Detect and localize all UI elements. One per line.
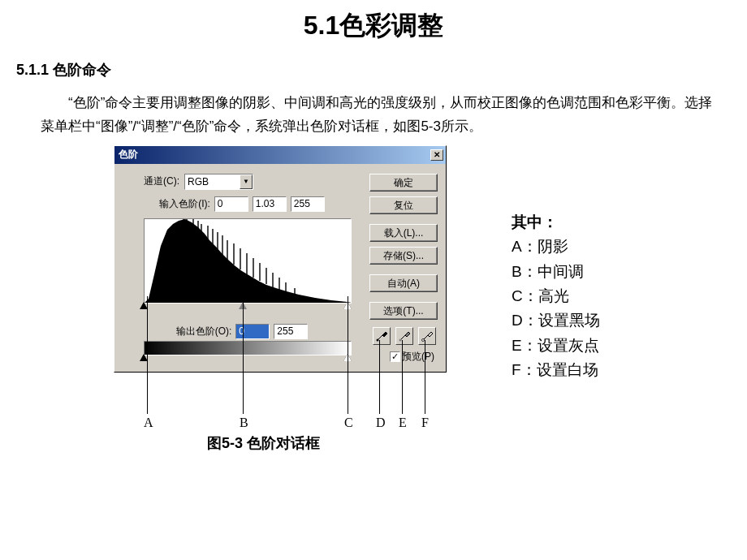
output-levels-label: 输出色阶(O): (176, 325, 232, 338)
legend-item-e: E：设置灰点 (512, 334, 600, 358)
output-highlight-field[interactable]: 255 (274, 324, 308, 339)
preview-checkbox[interactable]: ✓ (390, 351, 400, 362)
legend-item-b: B：中间调 (512, 260, 600, 284)
marker-label-f: F (421, 416, 429, 430)
input-highlight-field[interactable]: 255 (291, 196, 325, 212)
levels-dialog: 色阶 ✕ 通道(C): RGB ▼ 输入色阶(I): 0 1.03 255 (114, 145, 447, 373)
legend-title: 其中： (512, 210, 600, 235)
white-point-dropper[interactable] (418, 327, 436, 345)
dialog-title: 色阶 (119, 148, 138, 162)
main-heading: 5.1色彩调整 (0, 0, 747, 60)
marker-label-a: A (144, 416, 153, 430)
reset-button[interactable]: 复位 (369, 196, 438, 214)
legend-item-c: C：高光 (512, 284, 600, 308)
close-icon: ✕ (434, 151, 440, 159)
marker-line-e (402, 340, 403, 414)
marker-label-b: B (240, 416, 248, 430)
input-levels-label: 输入色阶(I): (159, 197, 210, 211)
gray-point-dropper[interactable] (395, 327, 413, 345)
marker-line-c (348, 296, 348, 414)
save-button[interactable]: 存储(S)... (369, 247, 438, 265)
figure-caption: 图5-3 色阶对话框 (207, 433, 320, 453)
figure-area: 色阶 ✕ 通道(C): RGB ▼ 输入色阶(I): 0 1.03 255 (114, 145, 747, 454)
output-shadow-field[interactable]: 0 (235, 324, 270, 339)
marker-label-e: E (399, 416, 407, 430)
input-slider[interactable] (144, 304, 352, 312)
output-slider[interactable] (144, 355, 352, 364)
marker-line-a (147, 296, 148, 414)
channel-label: 通道(C): (131, 174, 179, 188)
legend-item-f: F：设置白场 (512, 358, 600, 382)
auto-button[interactable]: 自动(A) (369, 274, 438, 292)
dropdown-arrow-icon: ▼ (240, 174, 253, 189)
section-heading: 5.1.1 色阶命令 (0, 60, 747, 92)
marker-line-b (243, 296, 244, 414)
load-button[interactable]: 载入(L)... (369, 224, 438, 242)
preview-label: 预览(P) (402, 350, 434, 364)
input-shadow-field[interactable]: 0 (214, 196, 248, 212)
channel-dropdown[interactable]: RGB ▼ (184, 174, 253, 190)
marker-label-d: D (376, 416, 386, 430)
marker-label-c: C (344, 416, 353, 430)
input-gamma-field[interactable]: 1.03 (253, 196, 287, 212)
legend-item-d: D：设置黑场 (512, 308, 600, 333)
legend-item-a: A：阴影 (512, 235, 600, 259)
output-gradient (144, 341, 352, 355)
histogram (144, 218, 352, 304)
body-paragraph: “色阶”命令主要用调整图像的阴影、中间调和高光的强度级别，从而校正图像的色调范围… (0, 92, 747, 139)
dialog-titlebar: 色阶 ✕ (114, 146, 446, 164)
ok-button[interactable]: 确定 (369, 174, 438, 192)
close-button[interactable]: ✕ (430, 149, 443, 161)
channel-value: RGB (188, 176, 209, 187)
black-point-dropper[interactable] (373, 327, 391, 345)
marker-line-d (379, 340, 380, 414)
legend: 其中： A：阴影 B：中间调 C：高光 D：设置黑场 E：设置灰点 F：设置白场 (512, 210, 600, 383)
marker-line-f (425, 340, 425, 414)
options-button[interactable]: 选项(T)... (369, 302, 438, 320)
